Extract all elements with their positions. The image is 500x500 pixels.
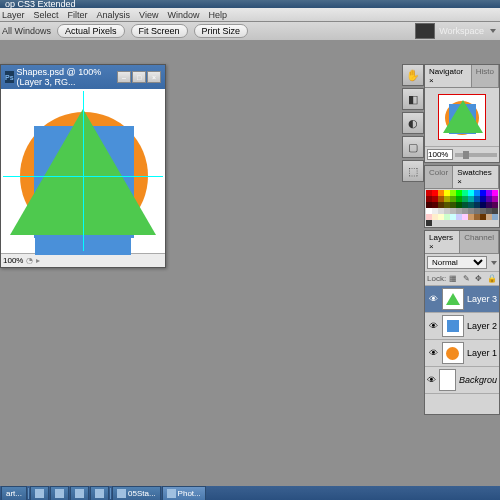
tool-hand[interactable]: ✋ [402,64,424,86]
layer-row[interactable]: 👁 Layer 2 [425,313,499,340]
tab-channels[interactable]: Channel [460,231,499,253]
menubar: Layer Select Filter Analysis View Window… [0,8,500,22]
taskbar: art... 05Sta... Phot... [0,486,500,500]
menu-view[interactable]: View [139,10,158,20]
status-icon[interactable]: ◔ [26,256,33,265]
document-canvas[interactable] [3,91,163,251]
tab-color[interactable]: Color [425,166,453,188]
canvas-area: Ps Shapes.psd @ 100% (Layer 3, RG... – □… [0,40,500,486]
tool-swap[interactable]: ⬚ [402,160,424,182]
layer-row[interactable]: 👁 Layer 1 [425,340,499,367]
blend-mode-select[interactable]: Normal [427,256,487,269]
quicklaunch-icon[interactable] [30,486,49,501]
menu-window[interactable]: Window [167,10,199,20]
lock-position-icon[interactable]: ✥ [474,273,485,284]
quicklaunch-icon[interactable] [50,486,69,501]
layer-thumbnail[interactable] [442,342,464,364]
visibility-icon[interactable]: 👁 [427,320,439,332]
nav-zoom-input[interactable] [427,149,453,160]
layer-row[interactable]: 👁 Backgrou [425,367,499,394]
visibility-icon[interactable]: 👁 [427,293,439,305]
tab-histogram[interactable]: Histo [472,65,499,87]
swatch-grid [425,189,499,227]
print-size-button[interactable]: Print Size [194,24,249,38]
layer-name[interactable]: Layer 2 [467,321,497,331]
swatch[interactable] [426,220,432,226]
color-panel: Color Swatches × [424,165,500,228]
menu-analysis[interactable]: Analysis [97,10,131,20]
layer-name[interactable]: Backgrou [459,375,497,385]
tab-swatches[interactable]: Swatches × [453,166,499,188]
document-window[interactable]: Ps Shapes.psd @ 100% (Layer 3, RG... – □… [0,64,166,268]
status-arrow-icon[interactable]: ▸ [36,256,40,265]
navigator-thumbnail[interactable] [438,94,486,140]
tab-navigator[interactable]: Navigator × [425,65,472,87]
tab-layers[interactable]: Layers × [425,231,460,253]
document-title: Shapes.psd @ 100% (Layer 3, RG... [17,67,114,87]
ps-icon: Ps [5,71,14,83]
tool-mask[interactable]: ▢ [402,136,424,158]
lock-paint-icon[interactable]: ✎ [461,273,472,284]
menu-filter[interactable]: Filter [68,10,88,20]
visibility-icon[interactable]: 👁 [427,347,439,359]
menu-select[interactable]: Select [34,10,59,20]
chevron-down-icon [490,29,496,33]
minimize-button[interactable]: – [117,71,131,83]
menu-layer[interactable]: Layer [2,10,25,20]
nav-zoom-slider[interactable] [455,153,497,157]
swatch[interactable] [492,214,498,220]
navigator-panel: Navigator × Histo [424,64,500,163]
close-button[interactable]: × [147,71,161,83]
taskbar-item[interactable]: 05Sta... [112,486,161,501]
document-statusbar: 100% ◔ ▸ [1,253,165,267]
workspace-switcher[interactable]: Workspace [415,23,496,39]
guide-horizontal[interactable] [3,176,163,177]
layer-thumbnail[interactable] [442,288,464,310]
workspace-label: Workspace [439,26,484,36]
layer-name[interactable]: Layer 3 [467,294,497,304]
visibility-icon[interactable]: 👁 [427,374,436,386]
fit-screen-button[interactable]: Fit Screen [131,24,188,38]
taskbar-item[interactable]: Phot... [162,486,206,501]
lock-all-icon[interactable]: 🔒 [486,273,497,284]
document-titlebar[interactable]: Ps Shapes.psd @ 100% (Layer 3, RG... – □… [1,65,165,89]
layer-name[interactable]: Layer 1 [467,348,497,358]
workspace-icon [415,23,435,39]
layer-thumbnail[interactable] [439,369,456,391]
options-bar: All Windows Actual Pixels Fit Screen Pri… [0,22,500,41]
actual-pixels-button[interactable]: Actual Pixels [57,24,125,38]
tool-tone[interactable]: ◐ [402,112,424,134]
zoom-value[interactable]: 100% [3,256,23,265]
menu-help[interactable]: Help [208,10,227,20]
window-titlebar: op CS3 Extended [0,0,500,8]
layer-row[interactable]: 👁 Layer 3 [425,286,499,313]
layers-panel: Layers × Channel Normal Lock: ▦ ✎ ✥ 🔒 👁 … [424,230,500,415]
quicklaunch-icon[interactable] [90,486,109,501]
start-button[interactable]: art... [1,486,27,501]
layer-thumbnail[interactable] [442,315,464,337]
quicklaunch-icon[interactable] [70,486,89,501]
lock-transparency-icon[interactable]: ▦ [448,273,459,284]
lock-label: Lock: [427,273,446,284]
tool-strip: ✋ ◧ ◐ ▢ ⬚ [402,64,424,182]
guide-vertical[interactable] [83,91,84,251]
opt-all-windows: All Windows [2,26,51,36]
tool-color[interactable]: ◧ [402,88,424,110]
chevron-down-icon [491,261,497,265]
maximize-button[interactable]: □ [132,71,146,83]
